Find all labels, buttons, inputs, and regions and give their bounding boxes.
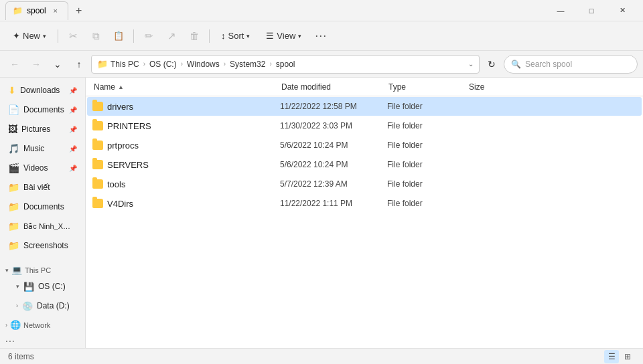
column-header: Name ▲ Date modified Type Size — [86, 78, 643, 96]
sidebar-label-datad: Data (D:) — [37, 301, 70, 310]
file-name-cell: prtprocs — [92, 141, 280, 151]
file-row[interactable]: PRINTERS 11/30/2022 3:03 PM File folder — [87, 116, 642, 135]
close-button[interactable]: ✕ — [607, 0, 638, 21]
tab-spool[interactable]: 📁 spool × — [5, 1, 68, 20]
more-options-button[interactable]: ··· — [310, 25, 332, 47]
col-header-size[interactable]: Size — [466, 80, 520, 94]
sidebar-item-pictures[interactable]: 🖼 Pictures 📌 — [3, 120, 82, 139]
file-date: 5/6/2022 10:24 PM — [280, 141, 387, 150]
file-type: File folder — [387, 160, 468, 169]
copy-button[interactable]: ⧉ — [85, 25, 106, 47]
breadcrumb-system32[interactable]: System32 — [230, 60, 265, 69]
col-header-type[interactable]: Type — [386, 80, 466, 94]
cut-button[interactable]: ✂ — [62, 25, 84, 47]
toolbar-separator-2 — [133, 29, 134, 43]
thispc-expand-icon: ▾ — [5, 267, 9, 274]
sort-label: Sort — [228, 31, 244, 41]
pin-icon-videos: 📌 — [69, 165, 77, 172]
sidebar-label-pictures: Pictures — [21, 124, 50, 134]
tab-close-button[interactable]: × — [50, 5, 61, 16]
thispc-icon: 💻 — [11, 265, 22, 275]
tab-strip: 📁 spool × + — [5, 1, 545, 20]
maximize-button[interactable]: □ — [576, 0, 607, 21]
file-name-cell: PRINTERS — [92, 121, 280, 131]
status-bar: 6 items ☰ ⊞ — [0, 348, 643, 364]
content-area: Name ▲ Date modified Type Size drivers 1… — [86, 78, 643, 348]
col-type-label: Type — [388, 82, 406, 92]
file-date: 5/6/2022 10:24 PM — [280, 160, 387, 169]
col-modified-label: Date modified — [281, 82, 331, 92]
sidebar-item-screenshots[interactable]: 📁 Screenshots — [3, 236, 82, 255]
rename-button[interactable]: ✏ — [138, 25, 159, 47]
breadcrumb-thispc[interactable]: This PC — [111, 60, 139, 69]
downloads-icon: ⬇ — [8, 85, 16, 96]
file-name: PRINTERS — [107, 121, 151, 131]
view-grid-button[interactable]: ⊞ — [620, 350, 635, 363]
breadcrumb-spool[interactable]: spool — [276, 60, 295, 69]
address-bar[interactable]: 📁 This PC › OS (C:) › Windows › System32… — [91, 55, 480, 74]
sidebar-item-music[interactable]: 🎵 Music 📌 — [3, 139, 82, 158]
share-button[interactable]: ↗ — [161, 25, 182, 47]
up-button[interactable]: ↑ — [70, 55, 88, 74]
sidebar-section-thispc[interactable]: ▾ 💻 This PC — [0, 261, 85, 276]
thispc-label: This PC — [25, 266, 51, 274]
new-button[interactable]: ✦ New ▾ — [5, 25, 54, 47]
sidebar-item-osc[interactable]: ▾ 💾 OS (C:) — [3, 277, 82, 296]
datad-expand-icon: › — [16, 302, 18, 309]
back-button[interactable]: ← — [5, 55, 24, 74]
address-dropdown-icon[interactable]: ⌄ — [468, 60, 474, 68]
delete-button[interactable]: 🗑 — [184, 25, 205, 47]
file-name-cell: drivers — [92, 102, 280, 112]
network-expand-icon: › — [5, 322, 7, 329]
screenshots-icon: 📁 — [8, 240, 19, 251]
forward-button[interactable]: → — [27, 55, 46, 74]
pin-icon-downloads: 📌 — [69, 87, 77, 94]
search-icon: 🔍 — [511, 60, 521, 69]
folder-icon — [92, 199, 103, 208]
search-box[interactable]: 🔍 Search spool — [504, 55, 638, 74]
folder-icon — [92, 141, 103, 150]
file-row[interactable]: V4Dirs 11/22/2022 1:11 PM File folder — [87, 194, 642, 213]
file-date: 11/22/2022 12:58 PM — [280, 102, 387, 111]
sidebar-item-videos[interactable]: 🎬 Videos 📌 — [3, 159, 82, 177]
file-name: V4Dirs — [107, 199, 133, 209]
col-header-name[interactable]: Name ▲ — [91, 80, 279, 94]
view-button[interactable]: ☰ View ▾ — [259, 25, 309, 47]
sidebar-label-baiviet: Bài viết — [23, 183, 50, 192]
osc-icon: 💾 — [23, 282, 34, 292]
file-row[interactable]: drivers 11/22/2022 12:58 PM File folder — [87, 97, 642, 116]
file-row[interactable]: SERVERS 5/6/2022 10:24 PM File folder — [87, 155, 642, 174]
minimize-button[interactable]: — — [545, 0, 576, 21]
sort-arrow-name: ▲ — [118, 84, 124, 90]
col-header-modified[interactable]: Date modified — [279, 80, 386, 94]
file-type: File folder — [387, 141, 468, 150]
sidebar-label-music: Music — [23, 144, 44, 153]
file-row[interactable]: prtprocs 5/6/2022 10:24 PM File folder — [87, 136, 642, 155]
view-label: View — [277, 31, 295, 41]
sidebar-item-baiviet[interactable]: 📁 Bài viết — [3, 178, 82, 197]
sidebar-item-datad[interactable]: › 💿 Data (D:) — [3, 296, 82, 315]
sidebar-section-network[interactable]: › 🌐 Network — [0, 316, 85, 331]
sidebar-item-documents[interactable]: 📄 Documents 📌 — [3, 100, 82, 119]
sidebar-item-documents2[interactable]: 📁 Documents — [3, 197, 82, 216]
main-layout: ⬇ Downloads 📌 📄 Documents 📌 🖼 Pictures 📌… — [0, 78, 643, 348]
title-bar: 📁 spool × + — □ ✕ — [0, 0, 643, 21]
sidebar-item-bacninh[interactable]: 📁 Bắc Ninh_XDM… — [3, 217, 82, 236]
file-row[interactable]: tools 5/7/2022 12:39 AM File folder — [87, 175, 642, 193]
file-list: drivers 11/22/2022 12:58 PM File folder … — [86, 96, 643, 348]
new-tab-button[interactable]: + — [70, 1, 88, 20]
view-details-button[interactable]: ☰ — [604, 350, 619, 363]
videos-icon: 🎬 — [8, 163, 19, 173]
sort-button[interactable]: ↕ Sort ▾ — [214, 25, 257, 47]
sidebar-item-downloads[interactable]: ⬇ Downloads 📌 — [3, 81, 82, 100]
baiviet-icon: 📁 — [8, 182, 19, 193]
sidebar-section-more[interactable]: ··· — [0, 331, 85, 347]
col-size-label: Size — [469, 82, 484, 92]
tab-label: spool — [27, 6, 46, 15]
sidebar: ⬇ Downloads 📌 📄 Documents 📌 🖼 Pictures 📌… — [0, 78, 86, 348]
breadcrumb-osc[interactable]: OS (C:) — [149, 60, 177, 69]
paste-button[interactable]: 📋 — [108, 25, 129, 47]
refresh-button[interactable]: ↻ — [482, 55, 501, 74]
recent-button[interactable]: ⌄ — [48, 55, 67, 74]
breadcrumb-windows[interactable]: Windows — [187, 60, 220, 69]
